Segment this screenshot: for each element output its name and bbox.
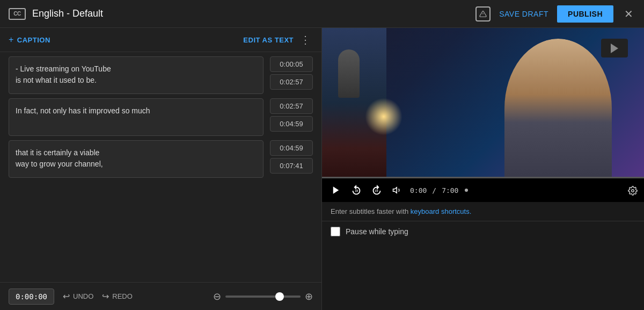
time-display: 0:00:00: [9, 289, 54, 305]
video-progress-bar[interactable]: [322, 177, 644, 178]
time-start-button-1[interactable]: 0:00:05: [270, 56, 313, 72]
keyboard-shortcuts-link[interactable]: keyboard shortcuts.: [411, 207, 471, 215]
redo-button[interactable]: ↪ REDO: [102, 291, 133, 301]
video-thumbnail: [322, 28, 644, 178]
main-content: + CAPTION EDIT AS TEXT ⋮ - Live streamin…: [0, 28, 644, 310]
header: CC English - Default SAVE DRAFT PUBLISH …: [0, 0, 644, 28]
redo-icon: ↪: [102, 291, 109, 301]
play-button[interactable]: [328, 183, 343, 198]
zoom-bar: ⊖ ⊕: [213, 291, 313, 302]
undo-icon: ↩: [63, 291, 70, 301]
video-container: 10 10 0:00 / 7:00: [322, 28, 644, 202]
time-separator: /: [432, 186, 436, 194]
time-buttons-3: 0:04:59 0:07:41: [270, 140, 313, 174]
plus-icon: +: [9, 35, 14, 45]
rewind-icon: 10: [350, 184, 362, 196]
rewind-button[interactable]: 10: [349, 183, 364, 198]
close-button[interactable]: ✕: [622, 5, 635, 23]
forward-button[interactable]: 10: [369, 183, 384, 198]
time-buttons-2: 0:02:57 0:04:59: [270, 98, 313, 132]
left-panel: + CAPTION EDIT AS TEXT ⋮ - Live streamin…: [0, 28, 322, 310]
time-buttons-1: 0:00:05 0:02:57: [270, 56, 313, 90]
volume-icon: [392, 185, 402, 195]
time-end-button-2[interactable]: 0:04:59: [270, 116, 313, 132]
header-left: CC English - Default: [9, 8, 475, 20]
caption-row: that it is certainly a viable way to gro…: [9, 140, 313, 178]
video-mic: [338, 49, 360, 98]
time-current: 0:00: [410, 186, 427, 194]
zoom-in-icon[interactable]: ⊕: [305, 291, 313, 302]
pause-while-typing-label: Pause while typing: [346, 227, 408, 236]
caption-text-input[interactable]: - Live streaming on YouTube is not what …: [9, 56, 264, 94]
zoom-slider[interactable]: [225, 295, 301, 298]
right-panel: 10 10 0:00 / 7:00: [322, 28, 644, 310]
time-start-button-2[interactable]: 0:02:57: [270, 98, 313, 114]
settings-button[interactable]: [628, 185, 638, 196]
caption-text-input[interactable]: that it is certainly a viable way to gro…: [9, 140, 264, 178]
time-end-button-1[interactable]: 0:02:57: [270, 74, 313, 90]
settings-icon: [628, 186, 638, 196]
hd-dot: [465, 189, 468, 192]
publish-button[interactable]: PUBLISH: [557, 5, 613, 23]
forward-icon: 10: [371, 184, 383, 196]
time-end-button-3[interactable]: 0:07:41: [270, 158, 313, 174]
svg-text:10: 10: [355, 189, 358, 192]
zoom-out-icon[interactable]: ⊖: [213, 291, 221, 302]
youtube-logo: [601, 39, 628, 57]
more-options-button[interactable]: ⋮: [298, 33, 313, 46]
person-body: [504, 39, 612, 178]
bottom-bar: 0:00:00 ↩ UNDO ↪ REDO ⊖ ⊕: [0, 282, 321, 310]
pause-row: Pause while typing: [322, 221, 644, 242]
cc-icon: CC: [9, 8, 26, 20]
time-start-button-3[interactable]: 0:04:59: [270, 140, 313, 156]
time-total: 7:00: [442, 186, 458, 194]
alert-icon[interactable]: [475, 6, 491, 21]
svg-marker-2: [333, 186, 339, 194]
save-draft-button[interactable]: SAVE DRAFT: [499, 10, 548, 18]
svg-text:10: 10: [375, 189, 378, 192]
caption-row: - Live streaming on YouTube is not what …: [9, 56, 313, 94]
youtube-play-icon: [611, 44, 618, 53]
header-right: SAVE DRAFT PUBLISH ✕: [475, 5, 635, 23]
captions-list: - Live streaming on YouTube is not what …: [0, 52, 321, 282]
add-caption-button[interactable]: + CAPTION: [9, 35, 50, 45]
caption-text-input[interactable]: In fact, not only has it improved so muc…: [9, 98, 264, 136]
pause-while-typing-checkbox[interactable]: [331, 227, 340, 236]
play-icon: [331, 185, 341, 195]
edit-as-text-button[interactable]: EDIT AS TEXT: [243, 36, 294, 44]
video-controls: 10 10 0:00 / 7:00: [322, 178, 644, 202]
page-title: English - Default: [32, 8, 103, 19]
svg-marker-5: [393, 188, 397, 193]
svg-point-6: [632, 190, 634, 192]
subtitle-hint: Enter subtitles faster with keyboard sho…: [322, 202, 644, 221]
add-caption-label: CAPTION: [17, 36, 50, 44]
volume-button[interactable]: [390, 183, 405, 198]
caption-row: In fact, not only has it improved so muc…: [9, 98, 313, 136]
captions-toolbar: + CAPTION EDIT AS TEXT ⋮: [0, 28, 321, 52]
undo-button[interactable]: ↩ UNDO: [63, 291, 93, 301]
light-glow: [365, 98, 402, 135]
